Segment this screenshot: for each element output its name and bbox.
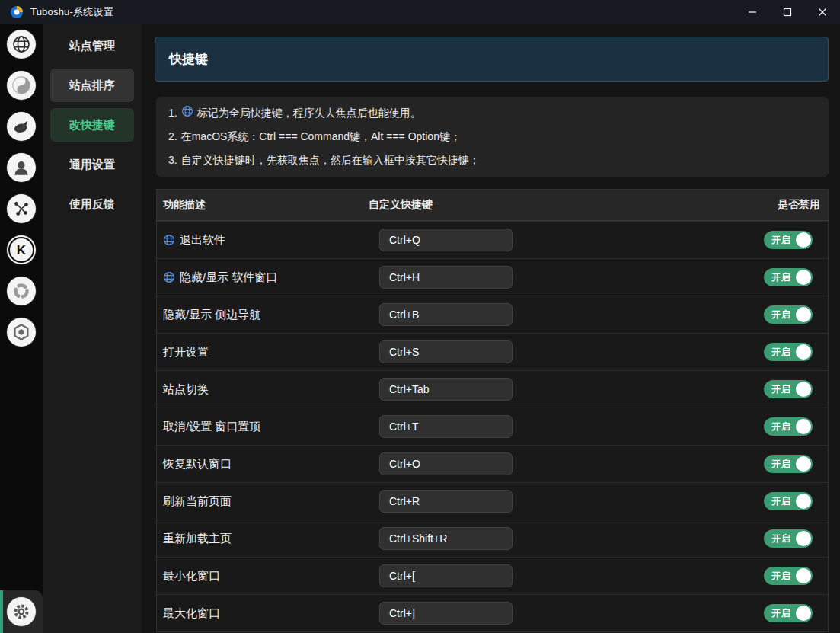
shortcut-cell bbox=[369, 527, 764, 550]
table-row: 重新加载主页 开启 bbox=[157, 520, 828, 557]
function-label: 恢复默认窗口 bbox=[163, 457, 232, 472]
function-label-cell: 最小化窗口 bbox=[157, 569, 369, 583]
shortcut-input[interactable] bbox=[379, 340, 513, 363]
shortcut-input[interactable] bbox=[379, 378, 513, 401]
enable-toggle[interactable]: 开启 bbox=[764, 417, 813, 436]
toggle-label: 开启 bbox=[771, 420, 791, 433]
table-row: 刷新当前页面 开启 bbox=[157, 482, 828, 520]
toggle-label: 开启 bbox=[771, 346, 791, 359]
kimi-ring: K bbox=[8, 237, 34, 263]
table-row: 退出软件 开启 bbox=[157, 221, 828, 258]
table-row: 隐藏/显示 软件窗口 开启 bbox=[157, 258, 828, 296]
function-label: 打开设置 bbox=[163, 345, 209, 360]
toggle-cell: 开启 bbox=[764, 492, 828, 510]
shortcut-cell bbox=[369, 340, 764, 363]
note-line: 2. 在macOS系统：Ctrl === Command键，Alt === Op… bbox=[168, 125, 816, 149]
table-row: 站点切换 开启 bbox=[157, 370, 828, 408]
titlebar: Tuboshu-系统设置 bbox=[0, 0, 840, 24]
notes-panel: 1. 标记为全局快捷键，程序失去焦点后也能使用。 2. bbox=[156, 97, 829, 177]
function-label-cell: 刷新当前页面 bbox=[157, 494, 369, 509]
globe-site-icon[interactable] bbox=[7, 30, 36, 59]
cube-site-icon[interactable] bbox=[7, 318, 36, 347]
enable-toggle[interactable]: 开启 bbox=[764, 455, 813, 473]
toggle-label: 开启 bbox=[771, 309, 791, 321]
enable-toggle[interactable]: 开启 bbox=[764, 567, 813, 585]
table-row: 打开设置 开启 bbox=[157, 333, 828, 370]
toggle-cell: 开启 bbox=[764, 455, 828, 473]
table-row: 最大化窗口 开启 bbox=[157, 594, 828, 631]
enable-toggle[interactable]: 开启 bbox=[764, 604, 813, 622]
enable-toggle[interactable]: 开启 bbox=[764, 268, 813, 286]
shortcut-cell bbox=[369, 564, 764, 587]
toggle-knob bbox=[796, 456, 811, 472]
header-shortcut: 自定义快捷键 bbox=[369, 198, 778, 212]
shortcut-input[interactable] bbox=[379, 564, 513, 587]
shortcut-input[interactable] bbox=[379, 527, 513, 550]
maximize-button[interactable] bbox=[770, 0, 805, 24]
toggle-cell: 开启 bbox=[764, 305, 828, 324]
function-label: 站点切换 bbox=[163, 382, 209, 397]
nav-item[interactable]: 站点排序 bbox=[50, 69, 134, 102]
whale-site-icon[interactable] bbox=[7, 112, 36, 141]
note-line: 1. 标记为全局快捷键，程序失去焦点后也能使用。 bbox=[168, 101, 816, 125]
function-label-cell: 隐藏/显示 软件窗口 bbox=[157, 270, 369, 285]
table-row: 取消/设置 窗口置顶 开启 bbox=[157, 408, 828, 445]
nav-item[interactable]: 改快捷键 bbox=[50, 108, 134, 142]
shortcut-input[interactable] bbox=[379, 266, 513, 289]
enable-toggle[interactable]: 开启 bbox=[764, 492, 813, 510]
shortcut-cell bbox=[369, 452, 764, 475]
app-logo-icon bbox=[10, 5, 24, 19]
toggle-knob bbox=[796, 531, 811, 546]
toggle-cell: 开启 bbox=[764, 380, 828, 398]
function-label: 刷新当前页面 bbox=[163, 494, 232, 509]
toggle-knob bbox=[796, 270, 811, 285]
toggle-cell: 开启 bbox=[764, 604, 828, 622]
toggle-label: 开启 bbox=[771, 570, 791, 583]
shortcut-cell bbox=[369, 490, 764, 513]
table-header: 功能描述 自定义快捷键 是否禁用 bbox=[157, 190, 828, 221]
toggle-knob bbox=[796, 344, 811, 360]
nav-item[interactable]: 使用反馈 bbox=[50, 187, 134, 221]
global-shortcut-icon bbox=[163, 271, 175, 283]
function-label-cell: 最大化窗口 bbox=[157, 606, 369, 621]
settings-gear-icon[interactable] bbox=[7, 597, 36, 626]
note-number: 1. bbox=[168, 101, 177, 125]
settings-accent-strip bbox=[0, 590, 3, 633]
kimi-k-glyph: K bbox=[17, 244, 26, 257]
nav-item-label: 通用设置 bbox=[69, 158, 115, 172]
nav-item[interactable]: 通用设置 bbox=[50, 148, 134, 181]
toggle-cell: 开启 bbox=[764, 417, 828, 436]
toggle-knob bbox=[796, 494, 811, 509]
enable-toggle[interactable]: 开启 bbox=[764, 305, 813, 324]
shortcut-input[interactable] bbox=[379, 602, 513, 625]
enable-toggle[interactable]: 开启 bbox=[764, 231, 813, 249]
toggle-knob bbox=[796, 606, 811, 621]
shortcut-input[interactable] bbox=[379, 415, 513, 438]
toggle-label: 开启 bbox=[771, 383, 791, 396]
function-label-cell: 重新加载主页 bbox=[157, 532, 369, 546]
yinyang-site-icon[interactable] bbox=[7, 71, 36, 100]
function-label: 隐藏/显示 侧边导航 bbox=[163, 308, 260, 322]
nav-sidebar: 站点管理 站点排序 改快捷键 通用设置 使用反馈 bbox=[43, 24, 142, 633]
enable-toggle[interactable]: 开启 bbox=[764, 343, 813, 361]
shortcut-input[interactable] bbox=[379, 490, 513, 513]
minimize-button[interactable] bbox=[735, 0, 770, 24]
minimize-icon bbox=[748, 8, 757, 17]
swirl-site-icon[interactable] bbox=[7, 277, 36, 305]
toggle-label: 开启 bbox=[771, 495, 791, 508]
function-label-cell: 恢复默认窗口 bbox=[157, 457, 369, 472]
shortcut-input[interactable] bbox=[379, 452, 513, 475]
kimi-site-icon[interactable]: K bbox=[7, 235, 36, 264]
toggle-cell: 开启 bbox=[764, 567, 828, 585]
close-button[interactable] bbox=[805, 0, 840, 24]
toggle-label: 开启 bbox=[771, 271, 791, 284]
nav-item-label: 使用反馈 bbox=[69, 197, 115, 212]
nav-item[interactable]: 站点管理 bbox=[50, 29, 134, 62]
enable-toggle[interactable]: 开启 bbox=[764, 529, 813, 548]
avatar-site-icon[interactable] bbox=[7, 153, 36, 182]
enable-toggle[interactable]: 开启 bbox=[764, 380, 813, 398]
function-label-cell: 隐藏/显示 侧边导航 bbox=[157, 308, 369, 322]
shortcut-input[interactable] bbox=[379, 229, 513, 251]
network-site-icon[interactable] bbox=[7, 194, 36, 223]
shortcut-input[interactable] bbox=[379, 303, 513, 326]
